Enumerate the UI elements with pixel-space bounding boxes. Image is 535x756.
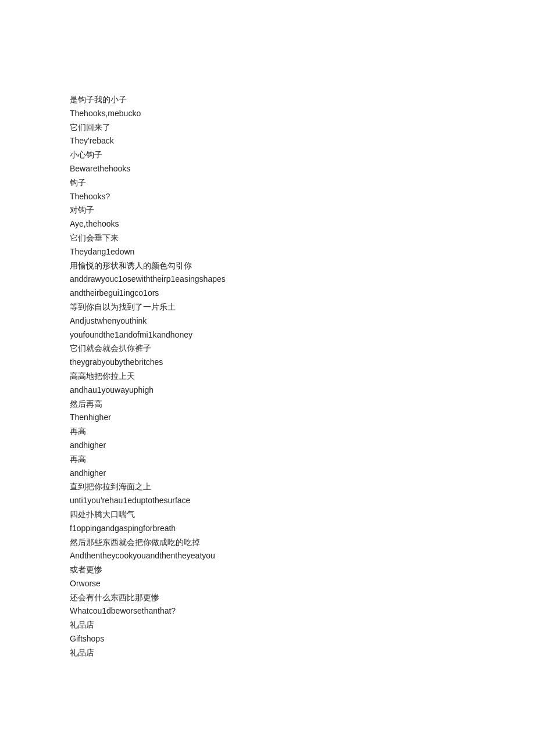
text-line-23: Thenhigher — [70, 411, 465, 425]
text-line-34: 或者更惨 — [70, 563, 465, 577]
text-line-32: 然后那些东西就会把你做成吃的吃掉 — [70, 536, 465, 550]
text-line-5: Bewarethehooks — [70, 162, 465, 176]
text-line-40: 礼品店 — [70, 646, 465, 660]
text-line-29: unti1you'rehau1eduptothesurface — [70, 494, 465, 508]
text-line-19: theygrabyoubythebritches — [70, 356, 465, 370]
text-line-37: Whatcou1dbeworsethanthat? — [70, 604, 465, 618]
text-line-4: 小心钩子 — [70, 148, 465, 162]
text-line-15: 等到你自以为找到了一片乐土 — [70, 300, 465, 314]
content-container: 是钩子我的小子Thehooks,mebucko它们回来了They'reback小… — [70, 93, 465, 660]
text-line-30: 四处扑腾大口喘气 — [70, 508, 465, 522]
text-line-22: 然后再高 — [70, 397, 465, 411]
text-line-16: Andjustwhenyouthink — [70, 314, 465, 328]
text-line-2: 它们回来了 — [70, 121, 465, 135]
text-line-36: 还会有什么东西比那更惨 — [70, 591, 465, 605]
text-line-3: They'reback — [70, 134, 465, 148]
text-line-17: youfoundthe1andofmi1kandhoney — [70, 328, 465, 342]
text-line-35: Orworse — [70, 577, 465, 591]
text-line-21: andhau1youwayuphigh — [70, 384, 465, 397]
text-line-20: 高高地把你拉上天 — [70, 370, 465, 384]
text-line-0: 是钩子我的小子 — [70, 93, 465, 107]
text-line-28: 直到把你拉到海面之上 — [70, 480, 465, 494]
text-line-25: andhigher — [70, 439, 465, 453]
text-line-18: 它们就会就会扒你裤子 — [70, 342, 465, 356]
text-line-7: Thehooks? — [70, 190, 465, 204]
text-line-9: Aye,thehooks — [70, 217, 465, 231]
text-line-27: andhigher — [70, 467, 465, 481]
text-line-33: Andthentheycookyouandthentheyeatyou — [70, 549, 465, 563]
text-line-12: 用愉悦的形状和诱人的颜色勾引你 — [70, 259, 465, 273]
text-line-6: 钩子 — [70, 176, 465, 190]
text-line-13: anddrawyouc1osewiththeirp1easingshapes — [70, 273, 465, 286]
text-line-1: Thehooks,mebucko — [70, 107, 465, 121]
text-line-24: 再高 — [70, 425, 465, 439]
text-line-39: Giftshops — [70, 632, 465, 646]
text-line-11: Theydang1edown — [70, 245, 465, 259]
text-line-14: andtheirbegui1ingco1ors — [70, 286, 465, 300]
text-line-38: 礼品店 — [70, 618, 465, 632]
text-line-10: 它们会垂下来 — [70, 231, 465, 245]
text-line-31: f1oppingandgaspingforbreath — [70, 522, 465, 536]
text-line-8: 对钩子 — [70, 203, 465, 217]
text-line-26: 再高 — [70, 453, 465, 467]
